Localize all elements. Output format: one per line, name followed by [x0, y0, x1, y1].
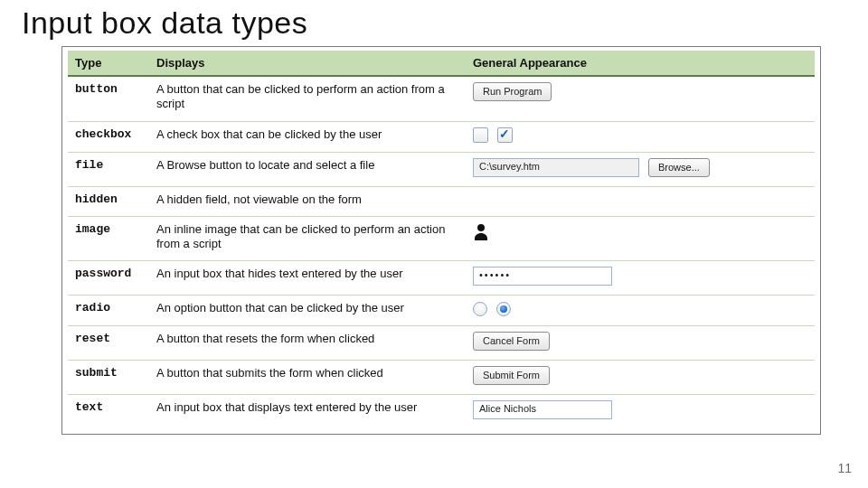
- run-program-button[interactable]: Run Program: [473, 82, 552, 101]
- col-header-type: Type: [68, 51, 149, 76]
- type-label: radio: [68, 296, 149, 326]
- browse-button[interactable]: Browse...: [648, 158, 710, 177]
- appearance-cell: Alice Nichols: [466, 394, 815, 428]
- page-number: 11: [837, 461, 852, 475]
- type-description: An inline image that can be clicked to p…: [149, 216, 466, 261]
- table-row: button A button that can be clicked to p…: [68, 76, 815, 121]
- type-description: A Browse button to locate and select a f…: [149, 152, 466, 186]
- radio-unchecked-icon[interactable]: [473, 302, 487, 316]
- table-row: text An input box that displays text ent…: [68, 394, 815, 428]
- type-description: An input box that displays text entered …: [149, 394, 466, 428]
- table-row: hidden A hidden field, not viewable on t…: [68, 186, 815, 216]
- type-label: text: [68, 394, 149, 428]
- table-row: image An inline image that can be clicke…: [68, 216, 815, 261]
- appearance-cell: [466, 121, 815, 152]
- password-mask: ••••••: [479, 269, 511, 280]
- table-row: password An input box that hides text en…: [68, 261, 815, 296]
- password-field[interactable]: ••••••: [473, 267, 612, 286]
- type-description: A button that submits the form when clic…: [149, 360, 466, 394]
- page-title: Input box data types: [22, 5, 846, 41]
- type-description: A hidden field, not viewable on the form: [149, 186, 466, 216]
- type-label: checkbox: [68, 121, 149, 152]
- col-header-appearance: General Appearance: [466, 51, 815, 76]
- radio-checked-icon[interactable]: [496, 302, 511, 316]
- col-header-displays: Displays: [149, 51, 466, 76]
- type-label: file: [68, 152, 149, 186]
- appearance-cell: [466, 296, 815, 326]
- type-label: image: [68, 216, 149, 261]
- type-label: reset: [68, 325, 149, 360]
- type-label: password: [68, 261, 149, 296]
- type-description: A button that can be clicked to perform …: [149, 76, 466, 121]
- cancel-form-button[interactable]: Cancel Form: [473, 332, 550, 351]
- table-row: file A Browse button to locate and selec…: [68, 152, 815, 186]
- table-row: checkbox A check box that can be clicked…: [68, 121, 815, 152]
- file-path-field[interactable]: C:\survey.htm: [473, 158, 639, 177]
- type-description: An input box that hides text entered by …: [149, 261, 466, 296]
- type-label: hidden: [68, 186, 149, 216]
- types-table: Type Displays General Appearance button …: [68, 51, 815, 428]
- appearance-cell: [466, 216, 815, 261]
- checkbox-unchecked-icon[interactable]: [473, 127, 488, 143]
- appearance-cell: Submit Form: [466, 360, 815, 394]
- appearance-cell: Run Program: [466, 76, 815, 121]
- type-label: button: [68, 76, 149, 121]
- types-panel: Type Displays General Appearance button …: [61, 46, 821, 435]
- table-row: radio An option button that can be click…: [68, 296, 815, 326]
- type-description: A button that resets the form when click…: [149, 325, 466, 360]
- appearance-cell: Cancel Form: [466, 325, 815, 360]
- appearance-cell: ••••••: [466, 261, 815, 296]
- table-row: reset A button that resets the form when…: [68, 325, 815, 360]
- person-silhouette-icon[interactable]: [473, 222, 489, 240]
- type-description: A check box that can be clicked by the u…: [149, 121, 466, 152]
- text-field[interactable]: Alice Nichols: [473, 400, 612, 419]
- type-description: An option button that can be clicked by …: [149, 296, 466, 326]
- type-label: submit: [68, 360, 149, 394]
- appearance-cell: C:\survey.htm Browse...: [466, 152, 815, 186]
- submit-form-button[interactable]: Submit Form: [473, 366, 550, 385]
- checkbox-checked-icon[interactable]: [497, 127, 513, 143]
- table-row: submit A button that submits the form wh…: [68, 360, 815, 394]
- appearance-cell: [466, 186, 815, 216]
